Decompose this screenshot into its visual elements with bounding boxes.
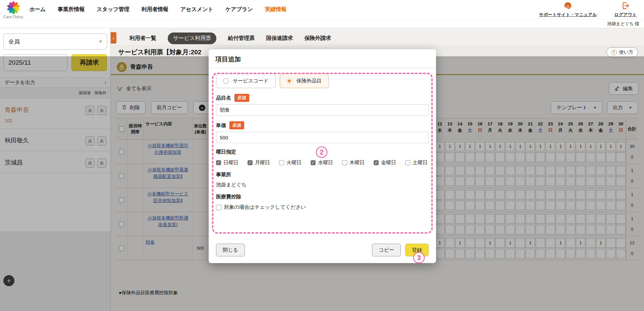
close-button[interactable]: 閉じる: [216, 244, 245, 256]
nav-items: ホーム事業所情報スタッフ管理利用者情報アセスメントケアプラン実績情報: [29, 6, 286, 13]
checkbox-checked-icon: ✓: [248, 160, 253, 165]
weekday-label: 曜日指定: [216, 149, 236, 155]
nav-item[interactable]: 事業所情報: [58, 6, 85, 13]
help-button[interactable]: ? 使い方: [606, 47, 638, 57]
item-name-label: 品目名: [216, 95, 231, 101]
weekday-checkbox[interactable]: ✓日曜日: [216, 160, 238, 166]
app-logo[interactable]: Care Daisy: [3, 1, 23, 19]
annotation-step-3: 3: [413, 252, 425, 263]
tab-active[interactable]: サービス利用票: [168, 33, 216, 44]
question-icon: ?: [611, 50, 617, 55]
office-label: 事業所: [216, 172, 231, 178]
checkbox-icon: [216, 205, 221, 210]
nav-item[interactable]: 実績情報: [265, 6, 286, 13]
checkbox-icon: [342, 160, 347, 165]
weekday-checkbox[interactable]: 土曜日: [405, 160, 428, 166]
annotation-step-2: 2: [316, 146, 327, 158]
logout-link[interactable]: ログアウト: [614, 1, 637, 18]
unit-price-label: 単価: [216, 122, 226, 129]
radio-checked-icon: [287, 78, 292, 84]
weekday-checkbox[interactable]: ✓月曜日: [248, 160, 270, 166]
tabs: 利用者一覧サービス利用票給付管理票国保連請求保険外請求: [129, 32, 644, 45]
weekday-checkbox[interactable]: ✓金曜日: [374, 160, 396, 166]
support-link[interactable]: サポートサイト・マニュアル: [539, 1, 597, 18]
logo-text: Care Daisy: [3, 15, 23, 19]
checkbox-checked-icon: ✓: [311, 160, 316, 165]
headset-icon: [564, 1, 572, 11]
office-value: 池袋まどぐち: [216, 182, 429, 188]
nav-item[interactable]: ホーム: [29, 6, 46, 13]
copy-button[interactable]: コピー: [372, 244, 401, 256]
unit-price-input[interactable]: 500: [216, 132, 429, 143]
required-badge: 必須: [229, 121, 244, 129]
tab-item[interactable]: 国保連請求: [266, 35, 293, 42]
current-user: 池袋まどぐち 様: [607, 21, 639, 27]
nav-item[interactable]: アセスメント: [180, 6, 213, 13]
weekday-checkbox[interactable]: 木曜日: [342, 160, 365, 166]
nav-right: サポートサイト・マニュアル ログアウト: [539, 1, 644, 18]
modal-footer: 閉じる コピー 登録: [216, 244, 429, 256]
weekday-checkbox-group: ✓日曜日✓月曜日火曜日✓水曜日木曜日✓金曜日土曜日: [216, 160, 429, 166]
user-bar: 池袋まどぐち 様: [0, 19, 644, 28]
staff-filter-value: 全員: [8, 38, 20, 46]
nav-item[interactable]: スタッフ管理: [97, 6, 129, 13]
nav-item[interactable]: ケアプラン: [225, 6, 253, 13]
checkbox-icon: [405, 160, 410, 165]
tab-item[interactable]: 保険外請求: [304, 35, 331, 42]
medical-deduction-checkbox[interactable]: 対象の場合はチェックしてください: [216, 204, 429, 210]
nav-item[interactable]: 利用者情報: [142, 6, 168, 13]
top-nav: Care Daisy ホーム事業所情報スタッフ管理利用者情報アセスメントケアプラ…: [0, 0, 644, 19]
weekday-checkbox[interactable]: 火曜日: [279, 160, 302, 166]
daisy-logo-icon: [6, 1, 20, 15]
page-title: サービス利用票【対象月:202: [118, 48, 201, 57]
required-badge: 必須: [234, 94, 249, 102]
item-type-radio-group: サービスコード 保険外品目: [216, 74, 429, 88]
medical-deduction-label: 医療費控除: [216, 194, 241, 200]
weekday-checkbox[interactable]: ✓水曜日: [311, 160, 333, 166]
staff-filter-select[interactable]: 全員 ˅: [3, 34, 107, 50]
radio-service-code[interactable]: サービスコード: [216, 74, 276, 88]
checkbox-checked-icon: ✓: [374, 160, 379, 165]
tab-item[interactable]: 給付管理票: [228, 35, 255, 42]
checkbox-icon: [279, 160, 284, 165]
tab-item[interactable]: 利用者一覧: [129, 35, 156, 42]
radio-insurance-exempt-item[interactable]: 保険外品目: [280, 74, 329, 88]
item-name-input[interactable]: 朝食: [216, 104, 429, 116]
checkbox-checked-icon: ✓: [216, 160, 221, 165]
chevron-down-icon: ˅: [99, 39, 102, 44]
modal-title: 項目追加: [209, 49, 436, 68]
modal-body: サービスコード 保険外品目 品目名 必須 朝食 単価 必須 500 曜日指定 ✓…: [209, 68, 436, 210]
logout-icon: [621, 1, 630, 11]
back-button[interactable]: ‹: [111, 32, 116, 44]
radio-unchecked-icon: [223, 78, 229, 84]
